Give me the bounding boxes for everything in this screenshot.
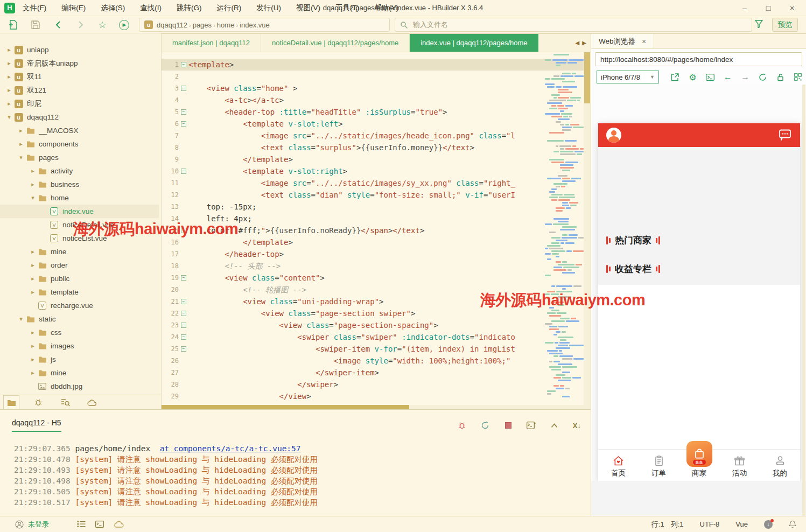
chevron-right-icon[interactable]: ▸ xyxy=(29,342,37,349)
menu-item[interactable]: 查找(I) xyxy=(140,3,162,13)
breadcrumb[interactable]: u dqaqq112 › pages › home › index.vue xyxy=(139,18,390,32)
url-bar[interactable]: http://localhost:8080/#/pages/home/index xyxy=(595,52,802,66)
chevron-right-icon[interactable]: ▸ xyxy=(5,46,13,53)
tree-item-双11[interactable]: ▸u双11 xyxy=(0,70,159,83)
debug-bug-icon[interactable] xyxy=(457,421,467,430)
menu-item[interactable]: 发行(U) xyxy=(256,3,281,13)
menu-item[interactable]: 选择(S) xyxy=(101,3,125,13)
lock-icon[interactable] xyxy=(776,72,786,82)
cloud-sync-icon[interactable] xyxy=(114,521,124,528)
tree-item-recharge.vue[interactable]: Vrecharge.vue xyxy=(0,299,159,312)
chevron-right-icon[interactable]: ▸ xyxy=(5,73,13,80)
tab-scroll-right-icon[interactable]: ▶ xyxy=(582,40,586,46)
tree-item-pages[interactable]: ▾pages xyxy=(0,151,159,164)
qr-code-icon[interactable] xyxy=(793,72,803,82)
tree-item-uniapp[interactable]: ▸uuniapp xyxy=(0,43,159,57)
chevron-right-icon[interactable]: ▸ xyxy=(17,141,25,148)
code-line-23[interactable]: 23− <view class="page-section-spacing"> xyxy=(162,319,591,331)
preview-button[interactable]: 预览 xyxy=(772,18,798,32)
update-download-icon[interactable]: ↓ xyxy=(764,520,773,529)
tree-item-dbddh.jpg[interactable]: dbddh.jpg xyxy=(0,380,159,393)
chevron-down-icon[interactable]: ▾ xyxy=(29,194,37,201)
chevron-right-icon[interactable]: ▸ xyxy=(29,181,37,188)
tab-scroll-left-icon[interactable]: ◀ xyxy=(576,40,580,46)
tree-item-js[interactable]: ▸js xyxy=(0,353,159,366)
tree-item-帝启版本uniapp[interactable]: ▸u帝启版本uniapp xyxy=(0,57,159,70)
code-line-26[interactable]: 26 <image style="width: 100%;height:100%… xyxy=(162,355,591,367)
tree-item-template[interactable]: ▸template xyxy=(0,285,159,299)
chevron-down-icon[interactable]: ▾ xyxy=(17,154,25,161)
vertical-scrollbar[interactable] xyxy=(584,52,591,405)
tree-item-static[interactable]: ▾static xyxy=(0,312,159,326)
chevron-right-icon[interactable]: ▸ xyxy=(5,60,13,67)
fold-icon[interactable]: − xyxy=(179,109,188,115)
chevron-right-icon[interactable]: ▸ xyxy=(29,248,37,255)
tree-item-mine[interactable]: ▸mine xyxy=(0,245,159,258)
code-line-19[interactable]: 19− <view class="content"> xyxy=(162,272,591,284)
restart-icon[interactable] xyxy=(480,421,490,430)
breadcrumb-segment[interactable]: home xyxy=(217,21,235,29)
browser-back-icon[interactable]: ← xyxy=(723,72,733,82)
code-line-25[interactable]: 25− <swiper-item v-for="(item, index) in… xyxy=(162,343,591,355)
menu-item[interactable]: 文件(F) xyxy=(23,3,46,13)
open-external-icon[interactable] xyxy=(670,72,680,82)
chevron-down-icon[interactable]: ▾ xyxy=(17,316,25,323)
log-source-link[interactable]: at components/a-tc/a-tc.vue:57 xyxy=(160,444,301,453)
code-line-24[interactable]: 24− <swiper class="swiper" :indicator-do… xyxy=(162,331,591,343)
fold-icon[interactable]: − xyxy=(179,334,188,340)
fold-icon[interactable]: − xyxy=(179,62,188,67)
code-line-6[interactable]: 6− <template v-slot:left> xyxy=(162,118,591,130)
nav-item-我的[interactable]: 我的 xyxy=(760,450,800,481)
chevron-right-icon[interactable]: ▸ xyxy=(29,167,37,174)
browser-tab-close-icon[interactable]: × xyxy=(642,37,646,46)
device-selector[interactable]: iPhone 6/7/8 ▼ xyxy=(597,71,659,83)
tree-item-components[interactable]: ▸components xyxy=(0,137,159,151)
fold-icon[interactable]: − xyxy=(179,86,188,91)
editor-tab[interactable]: noticeDetail.vue | dqaqq112/pages/home xyxy=(261,34,410,52)
code-line-28[interactable]: 28 </swiper> xyxy=(162,379,591,390)
code-line-5[interactable]: 5− <header-top :title="headTitle" :isSur… xyxy=(162,106,591,118)
code-line-27[interactable]: 27 </swiper-item> xyxy=(162,367,591,379)
avatar-icon[interactable] xyxy=(606,128,621,143)
tree-item-css[interactable]: ▸css xyxy=(0,326,159,339)
chevron-right-icon[interactable]: ▸ xyxy=(5,100,13,107)
code-line-13[interactable]: 13 top: -15px; xyxy=(162,201,591,213)
tree-item-印尼[interactable]: ▸u印尼 xyxy=(0,97,159,110)
fold-icon[interactable]: − xyxy=(179,299,188,304)
menu-item[interactable]: 编辑(E) xyxy=(61,3,86,13)
nav-item-订单[interactable]: 订单 xyxy=(639,450,679,481)
code-line-11[interactable]: 11 <image src="../../static/images/sy_xx… xyxy=(162,177,591,189)
minimap[interactable] xyxy=(545,52,584,405)
filter-icon[interactable] xyxy=(755,20,763,28)
refresh-icon[interactable] xyxy=(758,72,768,82)
chevron-down-icon[interactable]: ▾ xyxy=(5,114,13,121)
chevron-right-icon[interactable]: ▸ xyxy=(29,369,37,376)
tree-item-public[interactable]: ▸public xyxy=(0,272,159,285)
collapse-panel-icon[interactable] xyxy=(550,421,559,430)
fold-icon[interactable]: − xyxy=(179,323,188,328)
menu-item[interactable]: 运行(R) xyxy=(217,3,242,13)
code-line-4[interactable]: 4 <a-tc></a-tc> xyxy=(162,94,591,106)
shop-app-icon[interactable]: 鑫鑫 xyxy=(686,441,712,467)
chevron-right-icon[interactable]: ▸ xyxy=(29,262,37,269)
horizontal-scrollbar[interactable] xyxy=(162,405,591,409)
new-terminal-icon[interactable] xyxy=(527,421,536,430)
fold-icon[interactable]: − xyxy=(179,275,188,281)
menu-item[interactable]: 跳转(G) xyxy=(177,3,202,13)
back-icon[interactable] xyxy=(52,19,65,31)
code-line-3[interactable]: 3− <view class="home" > xyxy=(162,82,591,94)
menu-item[interactable]: 视图(V) xyxy=(296,3,320,13)
tree-item-index.vue[interactable]: Vindex.vue xyxy=(0,205,159,218)
vertical-scrollbar-thumb[interactable] xyxy=(584,52,590,103)
chevron-right-icon[interactable]: ▸ xyxy=(17,127,25,134)
clear-console-icon[interactable]: X↓ xyxy=(573,422,581,430)
code-line-2[interactable]: 2 xyxy=(162,71,591,82)
fold-icon[interactable]: − xyxy=(179,169,188,174)
forward-icon[interactable] xyxy=(74,19,87,31)
fold-icon[interactable]: − xyxy=(179,311,188,316)
project-manager-tab-icon[interactable] xyxy=(3,395,19,409)
close-button[interactable]: × xyxy=(780,4,804,12)
browser-tab[interactable]: Web浏览器 × xyxy=(591,34,654,48)
preview-scrollbar[interactable] xyxy=(802,85,805,516)
editor-tab[interactable]: index.vue | dqaqq112/pages/home xyxy=(410,34,538,52)
